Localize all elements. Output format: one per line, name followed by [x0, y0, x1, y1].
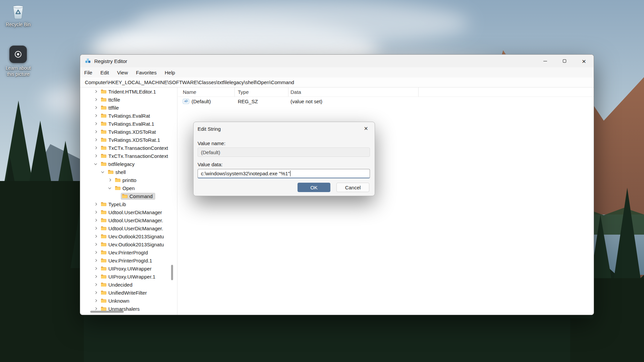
- column-header-name[interactable]: Name: [178, 87, 235, 97]
- tree-item-txctx-transactioncontext[interactable]: TxCTx.TransactionContext: [80, 152, 177, 160]
- value-data-input[interactable]: c:\windows\system32\notepad.exe "%1": [198, 169, 370, 178]
- tree-item-label: Uev.PrinterProgId.1: [108, 258, 152, 263]
- address-bar[interactable]: Computer\HKEY_LOCAL_MACHINE\SOFTWARE\Cla…: [80, 77, 594, 87]
- tree-indent: [80, 260, 92, 261]
- chevron-right-icon[interactable]: [92, 235, 100, 237]
- chevron-right-icon[interactable]: [92, 227, 100, 229]
- folder-icon: [101, 137, 106, 142]
- value-name-label: Value name:: [198, 140, 225, 146]
- chevron-right-icon[interactable]: [92, 308, 100, 310]
- folder-icon: [101, 290, 106, 295]
- tree-item-ttcfile[interactable]: ttcfile: [80, 96, 177, 104]
- window-title: Registry Editor: [94, 58, 127, 64]
- tree-indent: [80, 309, 92, 309]
- cancel-button[interactable]: Cancel: [336, 183, 369, 192]
- dialog-close-button[interactable]: ×: [359, 123, 373, 133]
- folder-icon: [101, 162, 106, 166]
- tree-indent: [80, 148, 92, 148]
- tree-item-label: Udtool.UserDicManager.: [108, 226, 163, 231]
- chevron-right-icon[interactable]: [92, 284, 100, 286]
- tree-item-uiproxy-uiwrapper[interactable]: UIProxy.UIWrapper: [80, 264, 177, 273]
- tree-item-udtool-userdicmanager-[interactable]: Udtool.UserDicManager.: [80, 224, 177, 232]
- chevron-down-icon[interactable]: [99, 171, 107, 173]
- menu-favorites[interactable]: Favorites: [132, 67, 161, 77]
- tree-item-command[interactable]: Command: [80, 192, 177, 200]
- chevron-right-icon[interactable]: [92, 147, 100, 149]
- ok-button[interactable]: OK: [298, 183, 330, 192]
- chevron-right-icon[interactable]: [92, 243, 100, 245]
- chevron-right-icon[interactable]: [92, 155, 100, 157]
- folder-icon: [101, 218, 106, 223]
- tree-vertical-scrollbar[interactable]: [171, 265, 173, 280]
- chevron-down-icon[interactable]: [92, 163, 100, 165]
- tree-item-unknown[interactable]: Unknown: [80, 297, 177, 305]
- menu-view[interactable]: View: [113, 67, 132, 77]
- menu-edit[interactable]: Edit: [96, 67, 113, 77]
- chevron-right-icon[interactable]: [92, 251, 100, 253]
- chevron-right-icon[interactable]: [92, 115, 100, 117]
- tree-indent: [80, 285, 92, 285]
- folder-icon: [101, 242, 106, 247]
- learn-about-picture-desktop-icon[interactable]: Learn about this picture: [3, 46, 34, 77]
- tree-item-ttffile[interactable]: ttffile: [80, 104, 177, 112]
- chevron-right-icon[interactable]: [92, 107, 100, 109]
- tree-item-udtool-userdicmanager-[interactable]: Udtool.UserDicManager.: [80, 216, 177, 224]
- list-row[interactable]: ab (Default) REG_SZ (value not set): [178, 97, 594, 106]
- maximize-button[interactable]: [555, 55, 574, 67]
- chevron-right-icon[interactable]: [92, 123, 100, 125]
- tree-item-uev-printerprogid[interactable]: Uev.PrinterProgId: [80, 248, 177, 256]
- tree-item-printto[interactable]: printto: [80, 176, 177, 184]
- chevron-right-icon[interactable]: [92, 203, 100, 205]
- chevron-down-icon[interactable]: [106, 187, 114, 189]
- tree-item-udtool-userdicmanager[interactable]: Udtool.UserDicManager: [80, 208, 177, 216]
- tree-item-uiproxy-uiwrapper-1[interactable]: UIProxy.UIWrapper.1: [80, 273, 177, 281]
- tree-item-undecided[interactable]: Undecided: [80, 281, 177, 289]
- tree-item-uev-printerprogid-1[interactable]: Uev.PrinterProgId.1: [80, 256, 177, 264]
- chevron-right-icon[interactable]: [92, 211, 100, 213]
- recycle-bin-desktop-icon[interactable]: Recycle Bin: [3, 3, 34, 27]
- folder-icon: [101, 105, 106, 110]
- chevron-right-icon[interactable]: [92, 99, 100, 101]
- tree-item-txctx-transactioncontext[interactable]: TxCTx.TransactionContext: [80, 144, 177, 152]
- tree-item-uev-outlook2013signatu[interactable]: Uev.Outlook2013Signatu: [80, 240, 177, 248]
- tree-item-tvratings-evalrat[interactable]: TvRatings.EvalRat: [80, 112, 177, 120]
- tree-item-label: TvRatings.XDSToRat.1: [108, 137, 160, 143]
- chevron-right-icon[interactable]: [106, 179, 114, 181]
- column-header-type[interactable]: Type: [235, 87, 288, 97]
- chevron-right-icon[interactable]: [92, 131, 100, 133]
- tree-indent: [80, 116, 92, 116]
- tree-item-tvratings-xdstorat[interactable]: TvRatings.XDSToRat: [80, 128, 177, 136]
- chevron-right-icon[interactable]: [92, 90, 100, 93]
- folder-icon: [101, 226, 106, 231]
- titlebar[interactable]: Registry Editor ×: [80, 55, 594, 67]
- chevron-right-icon[interactable]: [92, 300, 100, 302]
- tree-item-shell[interactable]: shell: [80, 168, 177, 176]
- chevron-right-icon[interactable]: [92, 259, 100, 261]
- tree-item-typelib[interactable]: TypeLib: [80, 200, 177, 208]
- tree-indent: [80, 220, 92, 221]
- tree-item-tvratings-evalrat-1[interactable]: TvRatings.EvalRat.1: [80, 120, 177, 128]
- tree-item-label: txtfilelegacy: [108, 161, 135, 167]
- chevron-right-icon[interactable]: [92, 276, 100, 278]
- tree-item-unifiedwritefilter[interactable]: UnifiedWriteFilter: [80, 289, 177, 297]
- close-button[interactable]: ×: [574, 55, 594, 67]
- menu-help[interactable]: Help: [161, 67, 179, 77]
- folder-icon: [101, 274, 106, 279]
- tree-horizontal-scrollbar[interactable]: [90, 311, 124, 313]
- minimize-button[interactable]: [535, 55, 555, 67]
- tree-indent: [80, 228, 92, 229]
- column-header-data[interactable]: Data: [288, 87, 419, 97]
- menu-file[interactable]: File: [80, 67, 96, 77]
- chevron-right-icon[interactable]: [92, 267, 100, 269]
- folder-icon: [101, 145, 106, 150]
- tree-item-uev-outlook2013signatu[interactable]: Uev.Outlook2013Signatu: [80, 232, 177, 240]
- chevron-right-icon[interactable]: [92, 292, 100, 294]
- tree-item-trident-htmleditor-1[interactable]: Trident.HTMLEditor.1: [80, 87, 177, 96]
- folder-icon: [101, 250, 106, 255]
- chevron-right-icon[interactable]: [92, 219, 100, 221]
- chevron-right-icon[interactable]: [92, 139, 100, 141]
- tree-item-tvratings-xdstorat-1[interactable]: TvRatings.XDSToRat.1: [80, 136, 177, 144]
- tree-item-txtfilelegacy[interactable]: txtfilelegacy: [80, 160, 177, 168]
- folder-icon: [115, 178, 120, 182]
- tree-item-open[interactable]: Open: [80, 184, 177, 192]
